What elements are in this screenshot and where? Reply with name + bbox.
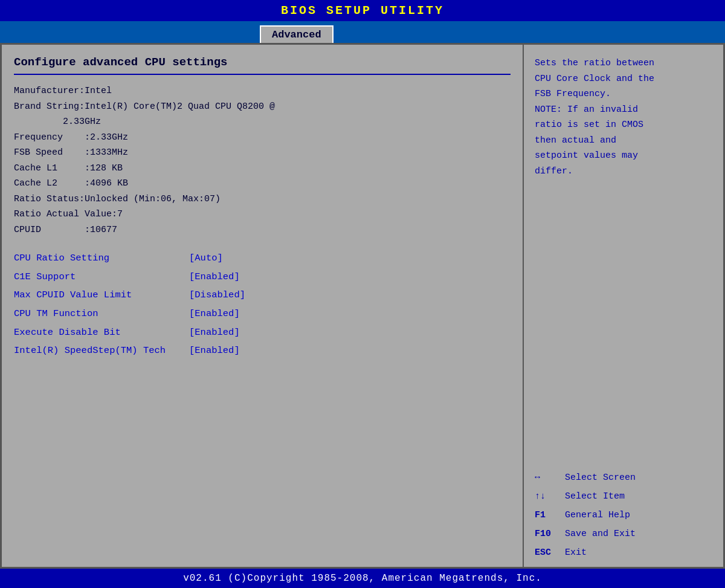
key-select-screen: ↔ Select Screen xyxy=(535,470,712,486)
setting-cpu-tm[interactable]: CPU TM Function [Enabled] xyxy=(14,305,511,323)
setting-name-cpu-tm: CPU TM Function xyxy=(14,305,189,323)
setting-max-cpuid[interactable]: Max CPUID Value Limit [Disabled] xyxy=(14,286,511,304)
tab-bar: Advanced xyxy=(0,21,725,43)
main-content: Configure advanced CPU settings Manufact… xyxy=(0,43,725,569)
info-cpuid: CPUID :10677 xyxy=(14,222,511,238)
setting-value-speedstep: [Enabled] xyxy=(189,342,240,360)
setting-value-cpu-tm: [Enabled] xyxy=(189,305,240,323)
section-divider xyxy=(14,74,511,75)
key-desc-general-help: General Help xyxy=(565,507,630,523)
tab-advanced[interactable]: Advanced xyxy=(260,25,334,43)
key-symbol-f10: F10 xyxy=(535,526,565,542)
section-title: Configure advanced CPU settings xyxy=(14,56,511,69)
bottom-bar: v02.61 (C)Copyright 1985-2008, American … xyxy=(0,569,725,588)
key-desc-save-exit: Save and Exit xyxy=(565,526,636,542)
info-cache-l1: Cache L1 :128 KB xyxy=(14,161,511,176)
title-bar: BIOS SETUP UTILITY xyxy=(0,0,725,21)
setting-name-cpu-ratio: CPU Ratio Setting xyxy=(14,250,189,267)
setting-name-execute-disable: Execute Disable Bit xyxy=(14,324,189,341)
key-desc-select-item: Select Item xyxy=(565,488,625,505)
bios-title: BIOS SETUP UTILITY xyxy=(281,4,444,18)
key-desc-select-screen: Select Screen xyxy=(565,470,636,486)
setting-cpu-ratio[interactable]: CPU Ratio Setting [Auto] xyxy=(14,250,511,267)
settings-block: CPU Ratio Setting [Auto] C1E Support [En… xyxy=(14,250,511,360)
info-manufacturer: Manufacturer:Intel xyxy=(14,83,511,99)
info-fsb-speed: FSB Speed :1333MHz xyxy=(14,145,511,161)
info-brand: Brand String:Intel(R) Core(TM)2 Quad CPU… xyxy=(14,99,511,115)
key-symbol-updown: ↑↓ xyxy=(535,488,565,505)
setting-c1e-support[interactable]: C1E Support [Enabled] xyxy=(14,268,511,286)
setting-value-max-cpuid: [Disabled] xyxy=(189,286,245,304)
info-frequency: Frequency :2.33GHz xyxy=(14,130,511,146)
info-ratio-status: Ratio Status:Unlocked (Min:06, Max:07) xyxy=(14,192,511,207)
right-panel: Sets the ratio between CPU Core Clock an… xyxy=(524,45,723,567)
setting-speedstep[interactable]: Intel(R) SpeedStep(TM) Tech [Enabled] xyxy=(14,342,511,360)
setting-value-execute-disable: [Enabled] xyxy=(189,324,240,341)
setting-value-cpu-ratio: [Auto] xyxy=(189,250,223,267)
key-select-item: ↑↓ Select Item xyxy=(535,488,712,505)
key-general-help: F1 General Help xyxy=(535,507,712,523)
help-text: Sets the ratio between CPU Core Clock an… xyxy=(535,56,712,179)
left-panel: Configure advanced CPU settings Manufact… xyxy=(2,45,524,567)
key-bindings: ↔ Select Screen ↑↓ Select Item F1 Genera… xyxy=(535,470,712,561)
key-symbol-esc: ESC xyxy=(535,544,565,561)
info-cache-l2: Cache L2 :4096 KB xyxy=(14,176,511,192)
info-brand-freq: 2.33GHz xyxy=(14,114,511,130)
copyright-text: v02.61 (C)Copyright 1985-2008, American … xyxy=(183,573,542,584)
info-ratio-actual: Ratio Actual Value:7 xyxy=(14,207,511,222)
bios-container: BIOS SETUP UTILITY Advanced Configure ad… xyxy=(0,0,725,588)
setting-value-c1e: [Enabled] xyxy=(189,268,240,286)
setting-name-max-cpuid: Max CPUID Value Limit xyxy=(14,286,189,304)
key-exit: ESC Exit xyxy=(535,544,712,561)
info-block: Manufacturer:Intel Brand String:Intel(R)… xyxy=(14,83,511,237)
key-symbol-arrows: ↔ xyxy=(535,470,565,486)
setting-name-speedstep: Intel(R) SpeedStep(TM) Tech xyxy=(14,342,189,360)
setting-name-c1e: C1E Support xyxy=(14,268,189,286)
key-desc-exit: Exit xyxy=(565,544,587,561)
key-symbol-f1: F1 xyxy=(535,507,565,523)
key-save-exit: F10 Save and Exit xyxy=(535,526,712,542)
setting-execute-disable[interactable]: Execute Disable Bit [Enabled] xyxy=(14,324,511,341)
